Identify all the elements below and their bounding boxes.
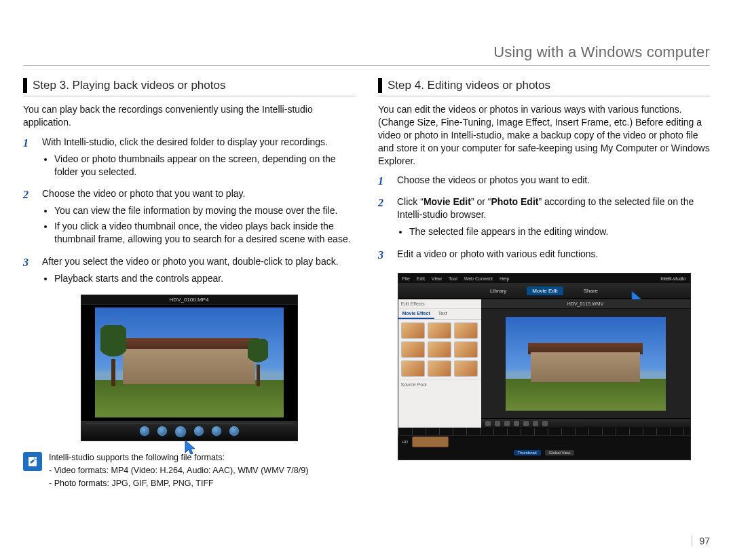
- effect-thumbnail[interactable]: [401, 322, 425, 339]
- editor-left-panel: Edit Effects Movie Effect Text: [398, 299, 481, 428]
- forward-button-icon[interactable]: [211, 426, 222, 436]
- edit-effects-title: Edit Effects: [398, 299, 481, 309]
- effect-thumbnail[interactable]: [428, 322, 451, 339]
- timeline-clip[interactable]: [412, 436, 449, 447]
- sub-list-item: If you click a video thumbnail once, the…: [54, 220, 355, 246]
- menu-item[interactable]: File: [402, 276, 410, 281]
- list-number: 3: [378, 248, 388, 263]
- step4-item-2: 2 Click “Movie Edit” or “Photo Edit” acc…: [378, 195, 710, 241]
- editor-canvas: [481, 309, 690, 418]
- editor-timeline: HD Thumbnail Global View: [398, 428, 690, 460]
- step3-list: 1 With Intelli-studio, click the desired…: [23, 136, 355, 288]
- step3-heading: Step 3. Playing back videos or photos: [23, 78, 355, 96]
- list-number: 1: [378, 174, 388, 189]
- editor-preview: [506, 317, 666, 411]
- effect-thumbnail[interactable]: [428, 360, 451, 377]
- thumbnail-view-button[interactable]: Thumbnail: [514, 450, 541, 455]
- playback-controls: [81, 421, 297, 441]
- next-button-icon[interactable]: [229, 426, 240, 436]
- timeline-track: HD: [398, 436, 690, 448]
- editor-body: Edit Effects Movie Effect Text: [398, 299, 690, 428]
- list-text: Edit a video or photo with various edit …: [397, 248, 599, 259]
- list-text: Choose the video or photo that you want …: [42, 188, 245, 199]
- playback-window-figure: HDV_0100.MP4: [81, 295, 298, 441]
- editor-window-figure: File Edit View Tool Web Connect Help Int…: [398, 273, 691, 460]
- step4-title: Step 4. Editing videos or photos: [388, 79, 550, 92]
- step3-title: Step 3. Playing back videos or photos: [33, 79, 225, 92]
- list-number: 2: [23, 187, 33, 248]
- play-pause-button-icon[interactable]: [174, 426, 187, 438]
- list-number: 1: [23, 136, 33, 181]
- tab-library[interactable]: Library: [485, 286, 512, 295]
- effect-thumbnail[interactable]: [401, 341, 425, 358]
- note-icon: [23, 452, 42, 471]
- left-column: Step 3. Playing back videos or photos Yo…: [23, 78, 355, 490]
- menu-item[interactable]: View: [432, 276, 442, 281]
- step3-intro: You can play back the recordings conveni…: [23, 103, 355, 129]
- track-label: HD: [402, 440, 409, 444]
- sub-list: The selected file appears in the editing…: [397, 225, 710, 238]
- rewind-button-icon[interactable]: [157, 426, 168, 436]
- list-body: With Intelli-studio, click the desired f…: [42, 136, 355, 181]
- editor-tabs: Library Movie Edit Share: [398, 283, 690, 299]
- text-tab[interactable]: Text: [434, 309, 451, 319]
- effect-thumbnail[interactable]: [428, 341, 451, 358]
- movie-edit-label: Movie Edit: [424, 196, 471, 207]
- global-view-button[interactable]: Global View: [545, 450, 575, 455]
- toolbar-button-icon[interactable]: [523, 421, 529, 426]
- menu-item[interactable]: Help: [500, 276, 509, 281]
- list-body: After you select the video or photo you …: [42, 255, 355, 288]
- menu-item[interactable]: Web Connect: [464, 276, 493, 281]
- list-body: Click “Movie Edit” or “Photo Edit” accor…: [397, 195, 710, 241]
- photo-edit-label: Photo Edit: [491, 196, 538, 207]
- list-text: Choose the videos or photos you want to …: [397, 174, 590, 185]
- sub-list: You can view the file information by mov…: [42, 204, 355, 246]
- sub-list: Video or photo thumbnails appear on the …: [42, 153, 355, 179]
- playback-video-area: [95, 307, 284, 417]
- toolbar-button-icon[interactable]: [514, 421, 519, 426]
- playback-window-title: HDV_0100.MP4: [81, 295, 297, 305]
- step4-item-3: 3 Edit a video or photo with various edi…: [378, 248, 710, 263]
- list-body: Edit a video or photo with various edit …: [397, 248, 710, 263]
- effect-thumbnail[interactable]: [401, 360, 425, 377]
- prev-button-icon[interactable]: [139, 426, 150, 436]
- edit-effects-tabs: Movie Effect Text: [398, 309, 481, 320]
- progress-bar[interactable]: [86, 423, 293, 424]
- right-column: Step 4. Editing videos or photos You can…: [378, 78, 710, 490]
- tab-share[interactable]: Share: [578, 286, 603, 295]
- effect-thumbnail[interactable]: [454, 322, 478, 339]
- movie-effect-tab[interactable]: Movie Effect: [398, 309, 434, 319]
- step3-item-3: 3 After you select the video or photo yo…: [23, 255, 355, 288]
- list-body: Choose the video or photo that you want …: [42, 187, 355, 248]
- toolbar-button-icon[interactable]: [495, 421, 500, 426]
- menu-item[interactable]: Edit: [417, 276, 425, 281]
- effect-thumbnail[interactable]: [454, 341, 478, 358]
- toolbar-button-icon[interactable]: [504, 421, 510, 426]
- sub-list-item: You can view the file information by mov…: [54, 204, 355, 217]
- note-line-1: Intelli-studio supports the following fi…: [49, 452, 308, 464]
- step4-intro: You can edit the videos or photos in var…: [378, 103, 710, 167]
- tab-movie-edit[interactable]: Movie Edit: [527, 286, 563, 295]
- sub-list-item: Playback starts and the controls appear.: [54, 272, 355, 285]
- sub-list-item: The selected file appears in the editing…: [409, 225, 710, 238]
- list-body: Choose the videos or photos you want to …: [397, 174, 710, 189]
- timeline-ruler[interactable]: [398, 428, 690, 436]
- list-text-mid: ” or “: [471, 196, 491, 207]
- toolbar-button-icon[interactable]: [533, 421, 538, 426]
- step4-heading: Step 4. Editing videos or photos: [378, 78, 710, 96]
- toolbar-button-icon[interactable]: [542, 421, 548, 426]
- menu-item[interactable]: Tool: [449, 276, 457, 281]
- sub-list: Playback starts and the controls appear.: [42, 272, 355, 285]
- note-body: Intelli-studio supports the following fi…: [49, 452, 308, 491]
- toolbar-button-icon[interactable]: [485, 421, 491, 426]
- playback-window: HDV_0100.MP4: [81, 295, 298, 441]
- list-number: 3: [23, 255, 33, 288]
- effect-thumbnail[interactable]: [454, 360, 478, 377]
- list-number: 2: [378, 195, 388, 241]
- editor-menubar: File Edit View Tool Web Connect Help Int…: [398, 274, 690, 283]
- editor-filename: HDV_0115.WMV: [481, 299, 690, 309]
- stop-button-icon[interactable]: [193, 426, 204, 436]
- timeline-view-buttons: Thumbnail Global View: [398, 448, 690, 458]
- note-line-3: - Photo formats: JPG, GIF, BMP, PNG, TIF…: [49, 478, 308, 489]
- list-text-pre: Click “: [397, 196, 424, 207]
